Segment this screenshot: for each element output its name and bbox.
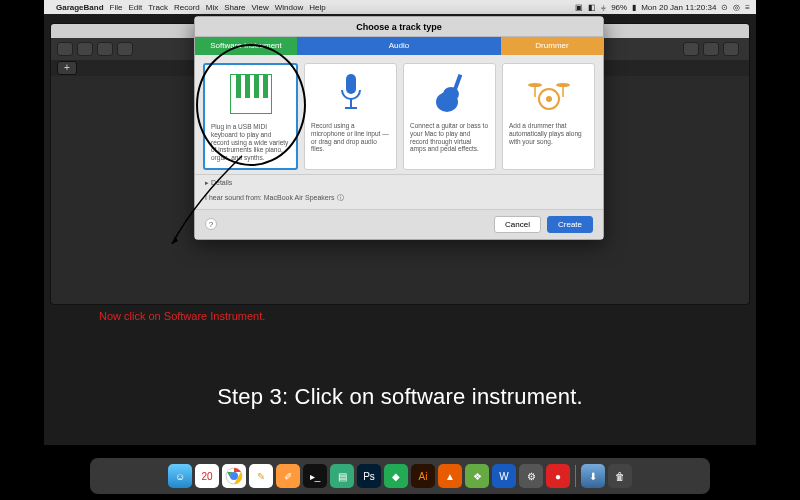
card-mic-desc: Record using a microphone or line input … — [311, 122, 390, 153]
siri-icon[interactable]: ◎ — [733, 3, 740, 12]
sheet-title: Choose a track type — [195, 17, 603, 37]
dock-preview[interactable]: ▤ — [330, 464, 354, 488]
dock-app-leaf[interactable]: ❖ — [465, 464, 489, 488]
menu-file[interactable]: File — [110, 3, 123, 12]
svg-rect-2 — [245, 74, 250, 98]
dock-finder[interactable]: ☺ — [168, 464, 192, 488]
dock-app-badge[interactable]: ● — [546, 464, 570, 488]
svg-point-18 — [230, 472, 238, 480]
add-track-button[interactable]: + — [57, 61, 77, 75]
dock-pages[interactable]: ✐ — [276, 464, 300, 488]
help-button[interactable]: ? — [205, 218, 217, 230]
menu-share[interactable]: Share — [224, 3, 245, 12]
cancel-button[interactable]: Cancel — [494, 216, 541, 233]
step-caption: Step 3: Click on software instrument. — [0, 384, 800, 410]
annotation-red-text: Now click on Software Instrument. — [99, 310, 265, 322]
svg-rect-5 — [346, 74, 356, 94]
notepad-button[interactable] — [683, 42, 699, 56]
menu-record[interactable]: Record — [174, 3, 200, 12]
dock-notes[interactable]: ✎ — [249, 464, 273, 488]
mac-dock: ☺ 20 ✎ ✐ ▸_ ▤ Ps ◆ Ai ▲ ❖ W ⚙ ● ⬇ 🗑 — [90, 458, 710, 494]
card-drummer-desc: Add a drummer that automatically plays a… — [509, 122, 588, 145]
wifi-icon[interactable]: ⏚ — [601, 3, 606, 12]
dock-vlc[interactable]: ▲ — [438, 464, 462, 488]
piano-keys-icon — [228, 71, 274, 117]
card-audio-guitar[interactable]: Connect a guitar or bass to your Mac to … — [403, 63, 496, 170]
media-button[interactable] — [723, 42, 739, 56]
scissors-icon[interactable] — [117, 42, 133, 56]
notif-icon[interactable]: ≡ — [745, 3, 750, 12]
details-disclosure[interactable]: ▸ Details — [195, 174, 603, 189]
menu-edit[interactable]: Edit — [128, 3, 142, 12]
card-guitar-desc: Connect a guitar or bass to your Mac to … — [410, 122, 489, 153]
dock-photoshop[interactable]: Ps — [357, 464, 381, 488]
smartcontrols-button[interactable] — [77, 42, 93, 56]
menu-window[interactable]: Window — [275, 3, 303, 12]
battery-percent: 96% — [611, 3, 627, 12]
dock-settings[interactable]: ⚙ — [519, 464, 543, 488]
library-button[interactable] — [57, 42, 73, 56]
dock-calendar[interactable]: 20 — [195, 464, 219, 488]
menu-track[interactable]: Track — [148, 3, 168, 12]
spotlight-icon[interactable]: ⊙ — [721, 3, 728, 12]
card-si-desc: Plug in a USB MIDI keyboard to play and … — [211, 123, 290, 162]
screencast-icon[interactable]: ▣ — [575, 3, 583, 12]
menu-help[interactable]: Help — [309, 3, 325, 12]
dock-downloads[interactable]: ⬇ — [581, 464, 605, 488]
editors-button[interactable] — [97, 42, 113, 56]
mac-menubar: GarageBand File Edit Track Record Mix Sh… — [44, 0, 756, 14]
loops-button[interactable] — [703, 42, 719, 56]
dock-divider — [575, 465, 576, 487]
dock-illustrator[interactable]: Ai — [411, 464, 435, 488]
tab-software-instrument[interactable]: Software Instrument — [195, 37, 297, 55]
battery-icon[interactable]: ▮ — [632, 3, 636, 12]
menubar-app[interactable]: GarageBand — [56, 3, 104, 12]
track-type-sheet: Choose a track type Software Instrument … — [194, 16, 604, 240]
svg-rect-1 — [236, 74, 241, 98]
menubar-datetime[interactable]: Mon 20 Jan 11:20:34 — [641, 3, 716, 12]
card-software-instrument[interactable]: Plug in a USB MIDI keyboard to play and … — [203, 63, 298, 170]
dock-terminal[interactable]: ▸_ — [303, 464, 327, 488]
card-audio-mic[interactable]: Record using a microphone or line input … — [304, 63, 397, 170]
dock-trash[interactable]: 🗑 — [608, 464, 632, 488]
drumkit-icon — [526, 70, 572, 116]
tab-drummer[interactable]: Drummer — [501, 37, 603, 55]
svg-rect-3 — [254, 74, 259, 98]
svg-rect-4 — [263, 74, 268, 98]
dock-chrome[interactable] — [222, 464, 246, 488]
hear-sound-label[interactable]: I hear sound from: MacBook Air Speakers … — [195, 189, 603, 209]
svg-point-16 — [546, 96, 552, 102]
guitar-icon — [427, 70, 473, 116]
card-drummer[interactable]: Add a drummer that automatically plays a… — [502, 63, 595, 170]
create-button[interactable]: Create — [547, 216, 593, 233]
airdrop-icon[interactable]: ◧ — [588, 3, 596, 12]
tab-audio[interactable]: Audio — [297, 37, 501, 55]
dock-word[interactable]: W — [492, 464, 516, 488]
dock-app-green[interactable]: ◆ — [384, 464, 408, 488]
microphone-icon — [328, 70, 374, 116]
menu-view[interactable]: View — [252, 3, 269, 12]
menu-mix[interactable]: Mix — [206, 3, 218, 12]
